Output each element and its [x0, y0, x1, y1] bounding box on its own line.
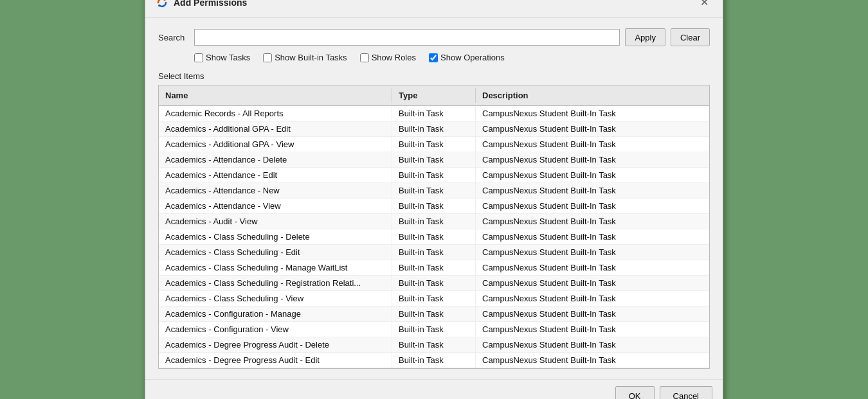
- table-row[interactable]: Academics - Attendance - EditBuilt-in Ta…: [159, 168, 709, 183]
- cell-description: CampusNexus Student Built-In Task: [476, 183, 709, 198]
- show-operations-label[interactable]: Show Operations: [440, 53, 505, 62]
- cell-name: Academics - Class Scheduling - Delete: [159, 229, 392, 244]
- show-tasks-checkbox-item: Show Tasks: [194, 53, 250, 62]
- cell-name: Academics - Attendance - New: [159, 183, 392, 198]
- cell-type: Built-in Task: [392, 137, 476, 152]
- close-button[interactable]: ✕: [696, 0, 712, 10]
- table-row[interactable]: Academics - Audit - ViewBuilt-in TaskCam…: [159, 214, 709, 229]
- cell-description: CampusNexus Student Built-In Task: [476, 260, 709, 275]
- show-operations-checkbox[interactable]: [429, 53, 438, 62]
- show-builtin-tasks-label[interactable]: Show Built-in Tasks: [275, 53, 347, 62]
- cell-name: Academics - Class Scheduling - Edit: [159, 245, 392, 260]
- cell-type: Built-in Task: [392, 276, 476, 290]
- table-row[interactable]: Academics - Attendance - ViewBuilt-in Ta…: [159, 199, 709, 214]
- cell-name: Academics - Degree Progress Audit - Dele…: [159, 337, 392, 352]
- search-row: Search Apply Clear: [158, 28, 710, 46]
- cell-name: Academics - Class Scheduling - Manage Wa…: [159, 260, 392, 275]
- table-body[interactable]: Academic Records - All ReportsBuilt-in T…: [159, 106, 709, 368]
- show-builtin-tasks-checkbox[interactable]: [263, 53, 272, 62]
- header-description: Description: [476, 88, 709, 103]
- cell-description: CampusNexus Student Built-In Task: [476, 291, 709, 306]
- table-row[interactable]: Academics - Attendance - NewBuilt-in Tas…: [159, 183, 709, 199]
- title-bar: Add Permissions ✕: [145, 0, 723, 18]
- dialog-body: Search Apply Clear Show Tasks Show Built…: [145, 18, 723, 379]
- clear-button[interactable]: Clear: [671, 28, 710, 46]
- cell-type: Built-in Task: [392, 306, 476, 321]
- show-roles-checkbox-item: Show Roles: [360, 53, 416, 62]
- show-roles-checkbox[interactable]: [360, 53, 369, 62]
- show-operations-checkbox-item: Show Operations: [429, 53, 505, 62]
- cell-description: CampusNexus Student Built-In Task: [476, 322, 709, 337]
- cell-name: Academics - Class Scheduling - Registrat…: [159, 276, 392, 290]
- cell-name: Academics - Attendance - Delete: [159, 152, 392, 167]
- cell-description: CampusNexus Student Built-In Task: [476, 214, 709, 229]
- cell-type: Built-in Task: [392, 152, 476, 167]
- cell-name: Academics - Configuration - View: [159, 322, 392, 337]
- table-row[interactable]: Academic Records - All ReportsBuilt-in T…: [159, 106, 709, 121]
- app-icon: [156, 0, 168, 9]
- cell-type: Built-in Task: [392, 199, 476, 213]
- table-row[interactable]: Academics - Configuration - ViewBuilt-in…: [159, 322, 709, 337]
- table-row[interactable]: Academics - Attendance - DeleteBuilt-in …: [159, 152, 709, 168]
- cell-description: CampusNexus Student Built-In Task: [476, 152, 709, 167]
- cell-description: CampusNexus Student Built-In Task: [476, 245, 709, 260]
- show-builtin-tasks-checkbox-item: Show Built-in Tasks: [263, 53, 347, 62]
- cell-type: Built-in Task: [392, 168, 476, 182]
- dialog-title: Add Permissions: [174, 0, 247, 8]
- cell-name: Academics - Additional GPA - View: [159, 137, 392, 152]
- cell-description: CampusNexus Student Built-In Task: [476, 229, 709, 244]
- cell-name: Academics - Attendance - Edit: [159, 168, 392, 182]
- cell-type: Built-in Task: [392, 183, 476, 198]
- cell-type: Built-in Task: [392, 260, 476, 275]
- table-row[interactable]: Academics - Additional GPA - ViewBuilt-i…: [159, 137, 709, 152]
- dialog-footer: OK Cancel: [145, 379, 723, 399]
- search-label: Search: [158, 33, 189, 42]
- cell-name: Academics - Class Scheduling - View: [159, 291, 392, 306]
- cell-description: CampusNexus Student Built-In Task: [476, 199, 709, 213]
- cell-description: CampusNexus Student Built-In Task: [476, 337, 709, 352]
- table-row[interactable]: Academics - Degree Progress Audit - Dele…: [159, 337, 709, 353]
- show-roles-label[interactable]: Show Roles: [372, 53, 416, 62]
- table-row[interactable]: Academics - Degree Progress Audit - Edit…: [159, 353, 709, 368]
- cell-type: Built-in Task: [392, 106, 476, 121]
- select-items-label: Select Items: [158, 71, 710, 81]
- svg-point-1: [158, 4, 161, 7]
- cell-name: Academics - Degree Progress Audit - Edit: [159, 353, 392, 368]
- filter-checkboxes: Show Tasks Show Built-in Tasks Show Role…: [194, 53, 710, 62]
- table-row[interactable]: Academics - Class Scheduling - Manage Wa…: [159, 260, 709, 276]
- cell-type: Built-in Task: [392, 291, 476, 306]
- cell-description: CampusNexus Student Built-In Task: [476, 106, 709, 121]
- table-row[interactable]: Academics - Configuration - ManageBuilt-…: [159, 306, 709, 322]
- table-row[interactable]: Academics - Class Scheduling - Registrat…: [159, 276, 709, 291]
- show-tasks-checkbox[interactable]: [194, 53, 203, 62]
- cell-name: Academic Records - All Reports: [159, 106, 392, 121]
- table-header: Name Type Description: [159, 85, 709, 106]
- cell-description: CampusNexus Student Built-In Task: [476, 168, 709, 182]
- cell-description: CampusNexus Student Built-In Task: [476, 137, 709, 152]
- cell-type: Built-in Task: [392, 353, 476, 368]
- cell-description: CampusNexus Student Built-In Task: [476, 353, 709, 368]
- title-bar-left: Add Permissions: [156, 0, 247, 9]
- table-row[interactable]: Academics - Additional GPA - EditBuilt-i…: [159, 121, 709, 137]
- search-input[interactable]: [194, 29, 620, 46]
- cell-name: Academics - Attendance - View: [159, 199, 392, 213]
- cell-type: Built-in Task: [392, 229, 476, 244]
- cell-name: Academics - Audit - View: [159, 214, 392, 229]
- cell-type: Built-in Task: [392, 214, 476, 229]
- cell-description: CampusNexus Student Built-In Task: [476, 276, 709, 290]
- table-row[interactable]: Academics - Class Scheduling - EditBuilt…: [159, 245, 709, 260]
- ok-button[interactable]: OK: [615, 386, 655, 399]
- cell-type: Built-in Task: [392, 121, 476, 136]
- svg-point-0: [163, 0, 166, 1]
- show-tasks-label[interactable]: Show Tasks: [206, 53, 250, 62]
- cell-name: Academics - Additional GPA - Edit: [159, 121, 392, 136]
- apply-button[interactable]: Apply: [625, 28, 665, 46]
- table-row[interactable]: Academics - Class Scheduling - DeleteBui…: [159, 229, 709, 245]
- cell-type: Built-in Task: [392, 245, 476, 260]
- cell-type: Built-in Task: [392, 337, 476, 352]
- table-row[interactable]: Academics - Class Scheduling - ViewBuilt…: [159, 291, 709, 306]
- cell-name: Academics - Configuration - Manage: [159, 306, 392, 321]
- add-permissions-dialog: Add Permissions ✕ Search Apply Clear Sho…: [145, 0, 723, 399]
- cancel-button[interactable]: Cancel: [660, 386, 712, 399]
- cell-type: Built-in Task: [392, 322, 476, 337]
